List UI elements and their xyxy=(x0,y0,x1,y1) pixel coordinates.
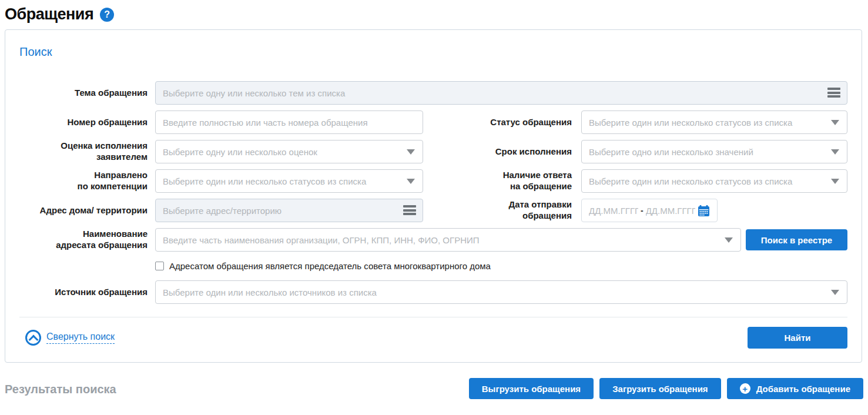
chevron-down-icon[interactable] xyxy=(831,120,839,125)
chevron-down-icon[interactable] xyxy=(407,179,415,184)
search-section-heading: Поиск xyxy=(19,45,847,59)
status-select[interactable] xyxy=(581,111,847,134)
chevron-down-icon[interactable] xyxy=(725,237,733,243)
status-label: Статус обращения xyxy=(423,117,572,128)
help-icon[interactable]: ? xyxy=(100,8,114,22)
row-ocenka-srok: Оценка исполнения заявителем Срок исполн… xyxy=(19,140,847,163)
page-header: Обращения ? xyxy=(0,0,868,29)
add-appeal-button-label: Добавить обращение xyxy=(756,384,850,394)
adresat-field xyxy=(155,228,741,252)
data-otpravki-label: Дата отправки обращения xyxy=(423,199,572,222)
chevron-down-icon[interactable] xyxy=(407,149,415,155)
date-to-input[interactable] xyxy=(646,206,695,216)
actions-group: Выгрузить обращения Загрузить обращения … xyxy=(469,378,863,399)
date-range-field: - xyxy=(581,199,718,222)
row-napravleno-nalichie: Направлено по компетенции Наличие ответа… xyxy=(19,169,847,193)
nalichie-select[interactable] xyxy=(581,169,847,193)
list-picker-icon[interactable] xyxy=(403,205,416,215)
ocenka-label: Оценка исполнения заявителем xyxy=(19,140,148,163)
adres-field xyxy=(155,199,423,222)
find-button[interactable]: Найти xyxy=(748,327,847,349)
export-appeals-button[interactable]: Выгрузить обращения xyxy=(469,378,594,399)
nalichie-field xyxy=(581,169,847,193)
row-nomer-status: Номер обращения Статус обращения xyxy=(19,111,847,134)
import-appeals-button[interactable]: Загрузить обращения xyxy=(599,378,720,399)
napravleno-field xyxy=(155,169,423,193)
list-picker-icon[interactable] xyxy=(827,88,840,98)
row-tema: Тема обращения xyxy=(19,81,847,105)
row-adresat: Наименование адресата обращения Поиск в … xyxy=(19,228,847,252)
status-field xyxy=(581,111,847,134)
results-bar: Результаты поиска Выгрузить обращения За… xyxy=(5,378,863,399)
collapse-search-link[interactable]: Свернуть поиск xyxy=(46,332,115,344)
srok-select[interactable] xyxy=(581,140,847,163)
date-range-separator: - xyxy=(641,206,644,215)
row-istochnik: Источник обращения xyxy=(19,280,847,304)
row-adres-data: Адрес дома/ территории Дата отправки обр… xyxy=(19,199,847,222)
chevron-down-icon[interactable] xyxy=(831,290,839,295)
date-from-input[interactable] xyxy=(589,206,638,216)
add-appeal-button[interactable]: + Добавить обращение xyxy=(727,378,863,399)
page-title: Обращения xyxy=(5,5,93,24)
chevron-down-icon[interactable] xyxy=(831,149,839,155)
tema-label: Тема обращения xyxy=(19,88,148,99)
calendar-icon[interactable] xyxy=(698,205,710,217)
napravleno-select[interactable] xyxy=(155,169,423,193)
tema-field xyxy=(155,81,847,105)
predsedatel-checkbox-row: Адресатом обращения является председател… xyxy=(155,261,847,271)
results-heading: Результаты поиска xyxy=(5,383,116,399)
istochnik-select[interactable] xyxy=(155,280,847,304)
ocenka-field xyxy=(155,140,423,163)
registry-search-button[interactable]: Поиск в реестре xyxy=(746,229,847,250)
istochnik-label: Источник обращения xyxy=(19,287,148,298)
search-panel: Поиск Тема обращения Номер обращения Ста… xyxy=(5,29,862,363)
nomer-field xyxy=(155,111,423,134)
nomer-input[interactable] xyxy=(155,111,423,134)
istochnik-field xyxy=(155,280,847,304)
srok-label: Срок исполнения xyxy=(423,146,572,158)
plus-icon: + xyxy=(740,383,750,394)
collapse-search-control[interactable]: Свернуть поиск xyxy=(25,330,115,346)
srok-field xyxy=(581,140,847,163)
nomer-label: Номер обращения xyxy=(19,117,148,128)
tema-input[interactable] xyxy=(155,81,847,105)
napravleno-label: Направлено по компетенции xyxy=(19,170,148,192)
chevron-down-icon[interactable] xyxy=(831,179,839,184)
adresat-label: Наименование адресата обращения xyxy=(19,229,148,251)
nalichie-label: Наличие ответа на обращение xyxy=(423,170,572,192)
predsedatel-checkbox[interactable] xyxy=(155,262,164,270)
adresat-input[interactable] xyxy=(155,228,741,252)
ocenka-select[interactable] xyxy=(155,140,423,163)
chevron-up-circle-icon[interactable] xyxy=(25,330,41,346)
search-panel-footer: Свернуть поиск Найти xyxy=(19,317,847,362)
predsedatel-checkbox-label[interactable]: Адресатом обращения является председател… xyxy=(169,261,491,271)
adres-input[interactable] xyxy=(155,199,423,222)
adres-label: Адрес дома/ территории xyxy=(19,205,148,216)
